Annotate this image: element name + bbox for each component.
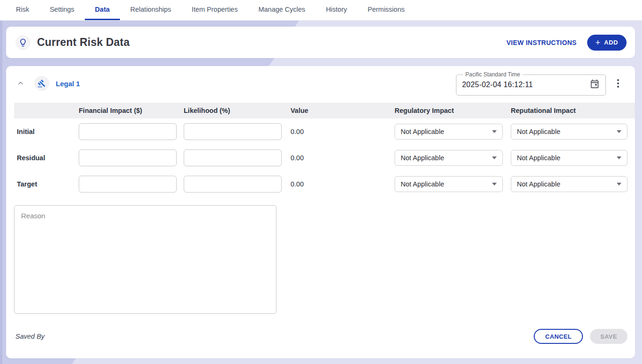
initial-value-text: 0.00	[291, 128, 395, 135]
plus-icon: +	[596, 38, 601, 47]
chevron-down-icon	[492, 156, 497, 159]
page-title: Current Risk Data	[37, 36, 130, 49]
section-header: Legal 1 Pacific Standard Time 2025-02-04…	[6, 66, 635, 99]
reason-textarea[interactable]	[14, 205, 276, 314]
tab-data[interactable]: Data	[85, 0, 120, 20]
save-button[interactable]: SAVE	[590, 329, 627, 344]
tab-risk[interactable]: Risk	[6, 0, 39, 20]
residual-financial-impact-input[interactable]	[79, 149, 177, 166]
tab-item-properties-label: Item Properties	[192, 6, 238, 13]
tab-permissions[interactable]: Permissions	[358, 0, 415, 20]
column-header-reputational: Reputational Impact	[511, 107, 627, 114]
initial-financial-impact-input[interactable]	[79, 123, 177, 140]
card-footer: Saved By CANCEL SAVE	[15, 329, 627, 344]
table-row-residual: Residual 0.00 Not Applicable Not Applica…	[14, 145, 635, 171]
tab-relationships-label: Relationships	[130, 6, 171, 13]
tab-risk-label: Risk	[16, 6, 29, 13]
cancel-button[interactable]: CANCEL	[534, 329, 583, 344]
add-button-label: ADD	[604, 39, 618, 46]
row-label: Target	[14, 180, 79, 188]
tab-settings-label: Settings	[50, 6, 74, 13]
lightbulb-icon	[15, 35, 30, 50]
row-label: Initial	[14, 128, 79, 135]
header-actions: VIEW INSTRUCTIONS + ADD	[507, 35, 627, 51]
risk-data-card: Legal 1 Pacific Standard Time 2025-02-04…	[6, 66, 635, 358]
saved-by-label: Saved By	[15, 333, 45, 340]
initial-reputational-impact-select[interactable]: Not Applicable	[511, 124, 627, 140]
chevron-up-icon[interactable]	[15, 77, 27, 89]
timezone-datetime-field: Pacific Standard Time 2025-02-04 16:12:1…	[456, 71, 606, 96]
chevron-down-icon	[617, 183, 621, 186]
tab-relationships[interactable]: Relationships	[120, 0, 181, 20]
initial-regulatory-impact-select[interactable]: Not Applicable	[395, 124, 503, 140]
section-name-link[interactable]: Legal 1	[56, 80, 80, 88]
target-regulatory-impact-select[interactable]: Not Applicable	[395, 176, 503, 192]
tab-history[interactable]: History	[315, 0, 357, 20]
target-likelihood-input[interactable]	[184, 176, 282, 193]
column-header-regulatory: Regulatory Impact	[395, 107, 511, 114]
selected-value: Not Applicable	[517, 154, 560, 162]
risk-table: Financial Impact ($) Likelihood (%) Valu…	[14, 103, 635, 197]
timezone-label: Pacific Standard Time	[463, 71, 523, 78]
residual-likelihood-input[interactable]	[184, 149, 282, 166]
table-row-target: Target 0.00 Not Applicable Not Applicabl…	[14, 171, 635, 197]
column-header-likelihood: Likelihood (%)	[184, 107, 291, 114]
chevron-down-icon	[492, 183, 497, 186]
table-header-row: Financial Impact ($) Likelihood (%) Valu…	[14, 103, 635, 119]
view-instructions-link[interactable]: VIEW INSTRUCTIONS	[507, 39, 577, 46]
tab-manage-cycles[interactable]: Manage Cycles	[248, 0, 315, 20]
residual-value-text: 0.00	[291, 154, 395, 162]
tab-permissions-label: Permissions	[368, 6, 405, 13]
target-financial-impact-input[interactable]	[79, 176, 177, 193]
tab-history-label: History	[326, 6, 347, 13]
target-value-text: 0.00	[291, 180, 395, 188]
selected-value: Not Applicable	[401, 180, 444, 188]
more-options-icon[interactable]	[609, 74, 627, 93]
gavel-icon	[34, 76, 49, 91]
row-label: Residual	[14, 154, 79, 162]
tab-item-properties[interactable]: Item Properties	[181, 0, 248, 20]
selected-value: Not Applicable	[401, 154, 444, 162]
selected-value: Not Applicable	[517, 128, 560, 135]
page-header-card: Current Risk Data VIEW INSTRUCTIONS + AD…	[6, 27, 635, 58]
column-header-financial: Financial Impact ($)	[79, 107, 184, 114]
column-header-value: Value	[291, 107, 395, 114]
table-row-initial: Initial 0.00 Not Applicable Not Applicab…	[14, 119, 635, 145]
calendar-icon[interactable]	[590, 79, 600, 91]
chevron-down-icon	[617, 130, 621, 133]
residual-regulatory-impact-select[interactable]: Not Applicable	[395, 150, 503, 166]
tab-data-label: Data	[95, 6, 110, 13]
residual-reputational-impact-select[interactable]: Not Applicable	[511, 150, 627, 166]
tab-bar: Risk Settings Data Relationships Item Pr…	[0, 0, 642, 21]
left-edge-strip	[0, 21, 2, 364]
tab-settings[interactable]: Settings	[39, 0, 84, 20]
tab-manage-cycles-label: Manage Cycles	[258, 6, 305, 13]
add-button[interactable]: + ADD	[587, 35, 627, 51]
target-reputational-impact-select[interactable]: Not Applicable	[511, 176, 627, 192]
selected-value: Not Applicable	[401, 128, 444, 135]
chevron-down-icon	[492, 130, 497, 133]
selected-value: Not Applicable	[517, 180, 560, 188]
datetime-value[interactable]: 2025-02-04 16:12:11	[462, 81, 533, 89]
chevron-down-icon	[617, 156, 621, 159]
initial-likelihood-input[interactable]	[184, 123, 282, 140]
